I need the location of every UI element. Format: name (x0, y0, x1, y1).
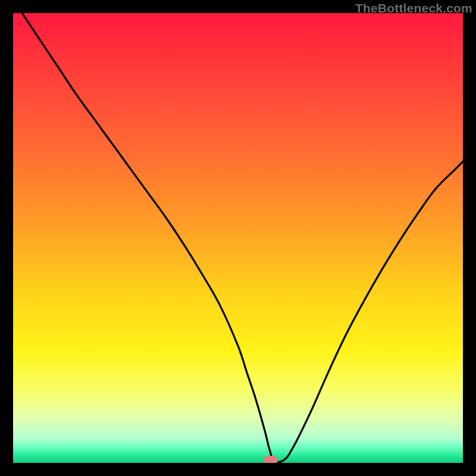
bottleneck-curve (13, 13, 463, 463)
attribution-text: TheBottleneck.com (355, 1, 472, 15)
optimum-marker (264, 456, 278, 463)
chart-frame: TheBottleneck.com (0, 0, 476, 476)
plot-area (13, 13, 463, 463)
